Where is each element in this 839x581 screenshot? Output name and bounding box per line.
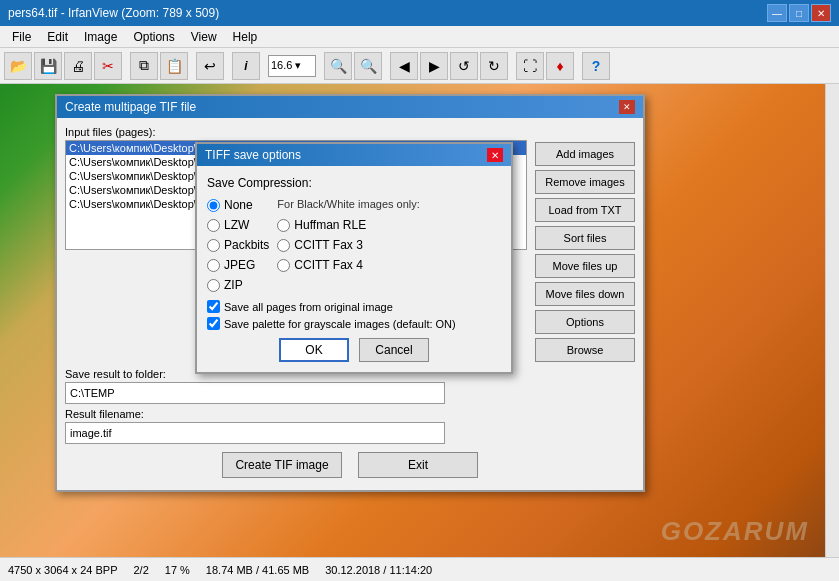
save-palette-label: Save palette for grayscale images (defau… xyxy=(224,318,456,330)
window-controls: — □ ✕ xyxy=(767,4,831,22)
radio-none[interactable]: None xyxy=(207,198,269,212)
remove-images-button[interactable]: Remove images xyxy=(535,170,635,194)
compression-label: Save Compression: xyxy=(207,176,501,190)
result-filename-label: Result filename: xyxy=(65,408,635,420)
filename-row: Result filename: image.tif xyxy=(65,408,635,444)
exit-button[interactable]: Exit xyxy=(358,452,478,478)
bottom-buttons: Create TIF image Exit xyxy=(65,448,635,482)
zoom-out-button[interactable]: 🔍 xyxy=(324,52,352,80)
radio-ccitt3[interactable]: CCITT Fax 3 xyxy=(277,238,419,252)
help-button[interactable]: ? xyxy=(582,52,610,80)
add-images-button[interactable]: Add images xyxy=(535,142,635,166)
minimize-button[interactable]: — xyxy=(767,4,787,22)
radio-huffman-input[interactable] xyxy=(277,219,290,232)
radio-jpeg[interactable]: JPEG xyxy=(207,258,269,272)
bookmark-button[interactable]: ♦ xyxy=(546,52,574,80)
tiff-cancel-button[interactable]: Cancel xyxy=(359,338,429,362)
radio-lzw-label: LZW xyxy=(224,218,249,232)
compression-columns: None LZW Packbits JPEG xyxy=(207,198,501,292)
save-all-pages-checkbox[interactable]: Save all pages from original image xyxy=(207,300,501,313)
save-palette-checkbox[interactable]: Save palette for grayscale images (defau… xyxy=(207,317,501,330)
save-palette-input[interactable] xyxy=(207,317,220,330)
fullscreen-button[interactable]: ⛶ xyxy=(516,52,544,80)
save2-button[interactable]: 🖨 xyxy=(64,52,92,80)
window-close-button[interactable]: ✕ xyxy=(811,4,831,22)
options-button[interactable]: Options xyxy=(535,310,635,334)
right-column-header: For Black/White images only: xyxy=(277,198,419,210)
status-filesize: 18.74 MB / 41.65 MB xyxy=(206,564,309,576)
radio-ccitt4[interactable]: CCITT Fax 4 xyxy=(277,258,419,272)
move-files-up-button[interactable]: Move files up xyxy=(535,254,635,278)
left-column: None LZW Packbits JPEG xyxy=(207,198,269,292)
radio-none-label: None xyxy=(224,198,253,212)
title-bar: pers64.tif - IrfanView (Zoom: 789 x 509)… xyxy=(0,0,839,26)
load-from-txt-button[interactable]: Load from TXT xyxy=(535,198,635,222)
file-list-buttons: Add images Remove images Load from TXT S… xyxy=(535,126,635,362)
undo-button[interactable]: ↩ xyxy=(196,52,224,80)
radio-lzw-input[interactable] xyxy=(207,219,220,232)
menu-image[interactable]: Image xyxy=(76,28,125,46)
radio-zip[interactable]: ZIP xyxy=(207,278,269,292)
main-scrollbar[interactable] xyxy=(825,84,839,557)
radio-zip-label: ZIP xyxy=(224,278,243,292)
save-all-pages-label: Save all pages from original image xyxy=(224,301,393,313)
menu-file[interactable]: File xyxy=(4,28,39,46)
radio-none-input[interactable] xyxy=(207,199,220,212)
menu-edit[interactable]: Edit xyxy=(39,28,76,46)
radio-huffman-label: Huffman RLE xyxy=(294,218,366,232)
save-folder-input[interactable]: C:\TEMP xyxy=(65,382,445,404)
status-zoom: 17 % xyxy=(165,564,190,576)
result-filename-input[interactable]: image.tif xyxy=(65,422,445,444)
status-datetime: 30.12.2018 / 11:14:20 xyxy=(325,564,432,576)
radio-lzw[interactable]: LZW xyxy=(207,218,269,232)
create-tif-dialog-title: Create multipage TIF file ✕ xyxy=(57,96,643,118)
menu-bar: File Edit Image Options View Help xyxy=(0,26,839,48)
radio-zip-input[interactable] xyxy=(207,279,220,292)
move-files-down-button[interactable]: Move files down xyxy=(535,282,635,306)
tiff-title-text: TIFF save options xyxy=(205,148,301,162)
save-all-pages-input[interactable] xyxy=(207,300,220,313)
radio-ccitt4-label: CCITT Fax 4 xyxy=(294,258,362,272)
maximize-button[interactable]: □ xyxy=(789,4,809,22)
menu-view[interactable]: View xyxy=(183,28,225,46)
right-column: For Black/White images only: Huffman RLE… xyxy=(277,198,419,292)
tiff-save-options-dialog: TIFF save options ✕ Save Compression: No… xyxy=(195,142,513,374)
radio-packbits[interactable]: Packbits xyxy=(207,238,269,252)
radio-jpeg-input[interactable] xyxy=(207,259,220,272)
menu-help[interactable]: Help xyxy=(225,28,266,46)
tiff-ok-button[interactable]: OK xyxy=(279,338,349,362)
main-area: GOZARUM Create multipage TIF file ✕ Inpu… xyxy=(0,84,839,557)
create-tif-close-button[interactable]: ✕ xyxy=(619,100,635,114)
watermark: GOZARUM xyxy=(661,516,809,547)
paste-button[interactable]: 📋 xyxy=(160,52,188,80)
radio-ccitt3-label: CCITT Fax 3 xyxy=(294,238,362,252)
prev-button[interactable]: ◀ xyxy=(390,52,418,80)
create-tif-button[interactable]: Create TIF image xyxy=(222,452,342,478)
copy-button[interactable]: ⧉ xyxy=(130,52,158,80)
rotate-left-button[interactable]: ↺ xyxy=(450,52,478,80)
tiff-close-button[interactable]: ✕ xyxy=(487,148,503,162)
zoom-input[interactable]: 16.6 ▾ xyxy=(268,55,316,77)
radio-packbits-input[interactable] xyxy=(207,239,220,252)
info-button[interactable]: i xyxy=(232,52,260,80)
menu-options[interactable]: Options xyxy=(125,28,182,46)
cut-button[interactable]: ✂ xyxy=(94,52,122,80)
tiff-body: Save Compression: None LZW Packbits xyxy=(197,166,511,372)
status-pages: 2/2 xyxy=(133,564,148,576)
radio-ccitt3-input[interactable] xyxy=(277,239,290,252)
next-button[interactable]: ▶ xyxy=(420,52,448,80)
status-dimensions: 4750 x 3064 x 24 BPP xyxy=(8,564,117,576)
window-title: pers64.tif - IrfanView (Zoom: 789 x 509) xyxy=(8,6,219,20)
input-files-label: Input files (pages): xyxy=(65,126,527,138)
radio-huffman[interactable]: Huffman RLE xyxy=(277,218,419,232)
zoom-in-button[interactable]: 🔍 xyxy=(354,52,382,80)
tiff-ok-cancel: OK Cancel xyxy=(207,338,501,362)
sort-files-button[interactable]: Sort files xyxy=(535,226,635,250)
save-button[interactable]: 💾 xyxy=(34,52,62,80)
radio-packbits-label: Packbits xyxy=(224,238,269,252)
browse-button[interactable]: Browse xyxy=(535,338,635,362)
tiff-dialog-title: TIFF save options ✕ xyxy=(197,144,511,166)
rotate-right-button[interactable]: ↻ xyxy=(480,52,508,80)
radio-ccitt4-input[interactable] xyxy=(277,259,290,272)
open-button[interactable]: 📂 xyxy=(4,52,32,80)
